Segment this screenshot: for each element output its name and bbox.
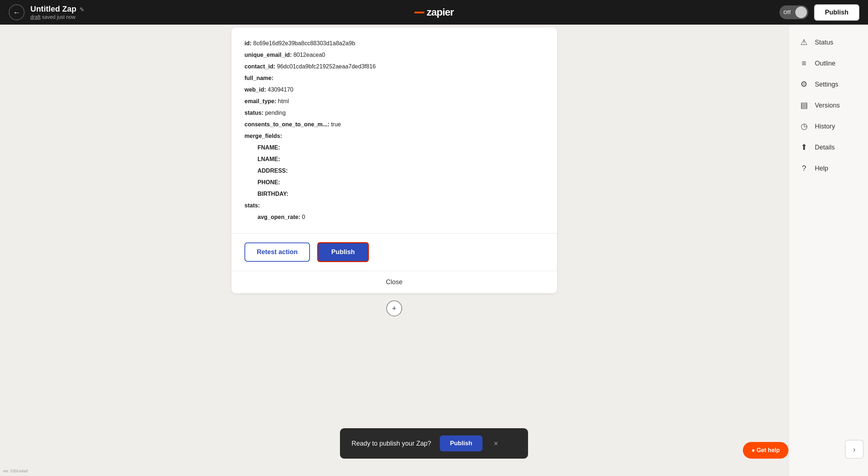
expand-button[interactable]: › bbox=[845, 440, 864, 459]
data-field-key: avg_open_rate: bbox=[258, 214, 300, 220]
data-field-key: unique_email_id: bbox=[244, 52, 292, 58]
data-field-value: true bbox=[329, 121, 341, 127]
version-info: ver. 530ca4a8 bbox=[3, 469, 28, 473]
toggle-knob bbox=[795, 7, 807, 18]
data-field-value: 0 bbox=[300, 214, 305, 220]
settings-icon: ⚙ bbox=[799, 80, 809, 89]
data-field-row: BIRTHDAY: bbox=[244, 188, 544, 200]
zap-title: Untitled Zap bbox=[30, 4, 76, 13]
close-button[interactable]: Close bbox=[231, 271, 557, 293]
data-field-row: avg_open_rate: 0 bbox=[244, 211, 544, 223]
data-field-key: ADDRESS: bbox=[258, 168, 288, 174]
data-field-key: BIRTHDAY: bbox=[258, 191, 288, 197]
data-field-row: contact_id: 96dc01cda9bfc219252aeaa7ded3… bbox=[244, 61, 544, 72]
sidebar-item-details[interactable]: ⬆Details bbox=[789, 137, 868, 158]
data-field-row: FNAME: bbox=[244, 142, 544, 153]
outline-icon: ≡ bbox=[799, 59, 809, 68]
get-help-button[interactable]: ● Get help bbox=[743, 442, 788, 459]
data-field-key: stats: bbox=[244, 202, 260, 208]
draft-status: draft saved just now bbox=[30, 14, 76, 20]
data-field-value: 43094170 bbox=[266, 87, 294, 93]
data-field-row: status: pending bbox=[244, 107, 544, 119]
sidebar-item-label-help: Help bbox=[815, 165, 828, 172]
sidebar-item-label-status: Status bbox=[815, 39, 833, 46]
draft-link[interactable]: draft bbox=[30, 14, 41, 20]
right-sidebar: ⚠Status≡Outline⚙Settings▤Versions◷Histor… bbox=[788, 25, 868, 476]
expand-icon: › bbox=[853, 445, 856, 454]
zap-title-group: Untitled Zap ✎ draft saved just now bbox=[30, 4, 84, 20]
versions-icon: ▤ bbox=[799, 101, 809, 110]
data-field-value: pending bbox=[263, 110, 285, 116]
result-card: id: 8c69e16d92e39ba8cc88303d1a8a2a9buniq… bbox=[231, 28, 557, 293]
data-field-key: id: bbox=[244, 40, 252, 46]
app-header: ← Untitled Zap ✎ draft saved just now za… bbox=[0, 0, 868, 25]
logo-dash bbox=[414, 12, 425, 13]
data-field-row: full_name: bbox=[244, 72, 544, 84]
back-button[interactable]: ← bbox=[9, 4, 25, 20]
data-field-row: consents_to_one_to_one_m...: true bbox=[244, 119, 544, 130]
data-field-key: contact_id: bbox=[244, 63, 275, 69]
sidebar-item-outline[interactable]: ≡Outline bbox=[789, 53, 868, 74]
data-field-value: html bbox=[276, 98, 289, 104]
details-icon: ⬆ bbox=[799, 143, 809, 152]
zap-toggle[interactable]: Off bbox=[779, 5, 808, 19]
toggle-label: Off bbox=[783, 9, 791, 15]
data-field-key: full_name: bbox=[244, 75, 273, 81]
data-field-row: email_type: html bbox=[244, 96, 544, 107]
data-field-row: PHONE: bbox=[244, 177, 544, 188]
zapier-logo: zapier bbox=[414, 7, 454, 18]
data-field-row: web_id: 43094170 bbox=[244, 84, 544, 96]
data-field-row: stats: bbox=[244, 200, 544, 211]
sidebar-item-label-details: Details bbox=[815, 144, 835, 151]
center-content: id: 8c69e16d92e39ba8cc88303d1a8a2a9buniq… bbox=[0, 25, 788, 476]
sidebar-item-label-settings: Settings bbox=[815, 81, 838, 88]
sidebar-item-settings[interactable]: ⚙Settings bbox=[789, 74, 868, 95]
data-field-key: web_id: bbox=[244, 87, 266, 93]
data-field-value: 8c69e16d92e39ba8cc88303d1a8a2a9b bbox=[252, 40, 356, 46]
toast-close-button[interactable]: × bbox=[494, 439, 498, 448]
toast-message: Ready to publish your Zap? bbox=[352, 440, 431, 447]
data-field-row: unique_email_id: 8012eacea0 bbox=[244, 49, 544, 61]
sidebar-item-label-outline: Outline bbox=[815, 60, 835, 67]
card-publish-button[interactable]: Publish bbox=[317, 242, 369, 262]
data-field-key: email_type: bbox=[244, 98, 276, 104]
sidebar-item-help[interactable]: ?Help bbox=[789, 158, 868, 179]
sidebar-item-status[interactable]: ⚠Status bbox=[789, 32, 868, 53]
help-icon: ? bbox=[799, 164, 809, 173]
data-field-row: LNAME: bbox=[244, 153, 544, 165]
action-section: Retest action Publish bbox=[231, 233, 557, 271]
data-field-row: id: 8c69e16d92e39ba8cc88303d1a8a2a9b bbox=[244, 38, 544, 49]
sidebar-item-label-versions: Versions bbox=[815, 102, 840, 109]
sidebar-item-versions[interactable]: ▤Versions bbox=[789, 95, 868, 116]
logo-text: zapier bbox=[427, 7, 454, 18]
toast-publish-button[interactable]: Publish bbox=[440, 435, 482, 451]
data-field-value: 96dc01cda9bfc219252aeaa7ded3f816 bbox=[275, 63, 376, 69]
header-publish-button[interactable]: Publish bbox=[814, 4, 859, 21]
add-step-button[interactable]: + bbox=[386, 300, 402, 316]
header-logo: zapier bbox=[414, 7, 454, 18]
header-left: ← Untitled Zap ✎ draft saved just now bbox=[9, 4, 84, 20]
sidebar-item-label-history: History bbox=[815, 123, 835, 130]
status-icon: ⚠ bbox=[799, 38, 809, 47]
edit-title-icon[interactable]: ✎ bbox=[80, 7, 84, 13]
data-field-key: status: bbox=[244, 110, 263, 116]
history-icon: ◷ bbox=[799, 122, 809, 131]
data-field-row: merge_fields: bbox=[244, 130, 544, 142]
data-field-key: LNAME: bbox=[258, 156, 280, 162]
data-field-value: 8012eacea0 bbox=[292, 52, 326, 58]
header-right: Off Publish bbox=[779, 4, 859, 21]
toast-notification: Ready to publish your Zap? Publish × bbox=[340, 428, 528, 459]
data-section: id: 8c69e16d92e39ba8cc88303d1a8a2a9buniq… bbox=[231, 28, 557, 233]
main-layout: id: 8c69e16d92e39ba8cc88303d1a8a2a9buniq… bbox=[0, 0, 868, 476]
retest-action-button[interactable]: Retest action bbox=[244, 243, 310, 262]
data-field-key: merge_fields: bbox=[244, 133, 282, 139]
data-field-key: PHONE: bbox=[258, 179, 280, 185]
data-field-key: consents_to_one_to_one_m...: bbox=[244, 121, 329, 127]
data-field-key: FNAME: bbox=[258, 144, 280, 151]
data-field-row: ADDRESS: bbox=[244, 165, 544, 177]
sidebar-item-history[interactable]: ◷History bbox=[789, 116, 868, 137]
